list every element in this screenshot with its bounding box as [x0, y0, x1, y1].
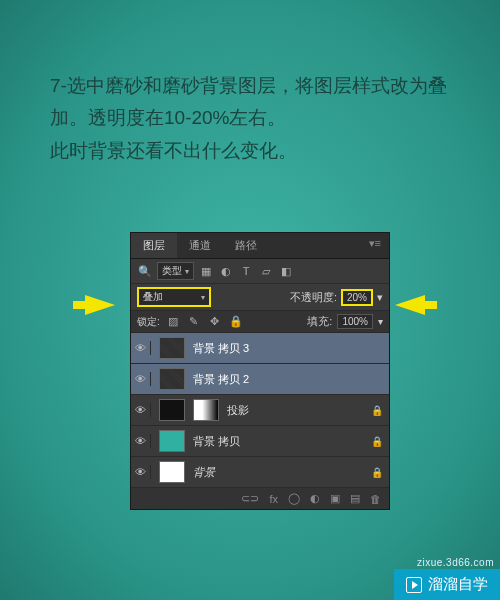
filter-pixel-icon[interactable]: ▦: [198, 264, 214, 278]
visibility-icon[interactable]: 👁: [137, 434, 151, 448]
visibility-icon[interactable]: 👁: [137, 341, 151, 355]
lock-label: 锁定:: [137, 315, 160, 329]
chevron-down-icon: ▾: [185, 267, 189, 276]
layer-thumb: [159, 430, 185, 452]
opacity-label: 不透明度:: [290, 290, 337, 305]
layer-row[interactable]: 👁 背景 🔒: [131, 457, 389, 488]
instruction-line1: 7-选中磨砂和磨砂背景图层，将图层样式改为叠加。透明度在10-20%左右。: [50, 70, 450, 135]
filter-type-icon[interactable]: T: [238, 264, 254, 278]
filter-row: 🔍 类型 ▾ ▦ ◐ T ▱ ◧: [131, 259, 389, 284]
filter-kind-select[interactable]: 类型 ▾: [157, 262, 194, 280]
search-icon[interactable]: 🔍: [137, 264, 153, 278]
layer-name: 背景 拷贝 2: [193, 372, 383, 387]
visibility-icon[interactable]: 👁: [137, 465, 151, 479]
layer-thumb: [159, 368, 185, 390]
layer-mask-thumb: [193, 399, 219, 421]
group-icon[interactable]: ▣: [330, 492, 340, 505]
fx-icon[interactable]: fx: [269, 493, 278, 505]
layer-thumb: [159, 461, 185, 483]
lock-icon: 🔒: [371, 405, 383, 416]
layer-name: 背景 拷贝: [193, 434, 363, 449]
chevron-down-icon[interactable]: ▾: [377, 291, 383, 304]
instruction-line2: 此时背景还看不出什么变化。: [50, 135, 450, 167]
trash-icon[interactable]: 🗑: [370, 493, 381, 505]
chevron-down-icon[interactable]: ▾: [378, 316, 383, 327]
panel-tabs: 图层 通道 路径 ▾≡: [131, 233, 389, 259]
layer-name: 背景 拷贝 3: [193, 341, 383, 356]
adjustment-icon[interactable]: ◐: [310, 492, 320, 505]
link-layers-icon[interactable]: ⊂⊃: [241, 492, 259, 505]
panel-footer: ⊂⊃ fx ◯ ◐ ▣ ▤ 🗑: [131, 488, 389, 509]
new-layer-icon[interactable]: ▤: [350, 492, 360, 505]
layer-row[interactable]: 👁 背景 拷贝 3: [131, 333, 389, 364]
lock-pixels-icon[interactable]: ✎: [186, 315, 202, 329]
opacity-input[interactable]: 20%: [341, 289, 373, 306]
layer-row[interactable]: 👁 背景 拷贝 🔒: [131, 426, 389, 457]
lock-icon: 🔒: [371, 436, 383, 447]
lock-transparency-icon[interactable]: ▨: [165, 315, 181, 329]
blend-mode-select[interactable]: 叠加 ▾: [137, 287, 211, 307]
lock-all-icon[interactable]: 🔒: [228, 315, 244, 329]
chevron-down-icon: ▾: [201, 293, 205, 302]
watermark-url: zixue.3d66.com: [417, 557, 494, 568]
layer-thumb: [159, 399, 185, 421]
play-icon: [406, 577, 422, 593]
instruction-text: 7-选中磨砂和磨砂背景图层，将图层样式改为叠加。透明度在10-20%左右。 此时…: [50, 70, 450, 167]
callout-arrow-right: [395, 295, 425, 315]
tab-channels[interactable]: 通道: [177, 233, 223, 258]
tab-layers[interactable]: 图层: [131, 233, 177, 258]
blend-row: 叠加 ▾ 不透明度: 20% ▾: [131, 284, 389, 311]
filter-smart-icon[interactable]: ◧: [278, 264, 294, 278]
lock-icon: 🔒: [371, 467, 383, 478]
layer-row[interactable]: 👁 背景 拷贝 2: [131, 364, 389, 395]
lock-row: 锁定: ▨ ✎ ✥ 🔒 填充: 100% ▾: [131, 311, 389, 333]
layer-name: 投影: [227, 403, 363, 418]
watermark-badge: 溜溜自学: [394, 569, 500, 600]
fill-input[interactable]: 100%: [337, 314, 373, 329]
tab-paths[interactable]: 路径: [223, 233, 269, 258]
layer-row[interactable]: 👁 投影 🔒: [131, 395, 389, 426]
layer-name: 背景: [193, 465, 363, 480]
mask-icon[interactable]: ◯: [288, 492, 300, 505]
layer-thumb: [159, 337, 185, 359]
filter-adjust-icon[interactable]: ◐: [218, 264, 234, 278]
panel-menu-icon[interactable]: ▾≡: [361, 233, 389, 258]
visibility-icon[interactable]: 👁: [137, 403, 151, 417]
callout-arrow-left: [85, 295, 115, 315]
visibility-icon[interactable]: 👁: [137, 372, 151, 386]
layers-panel-container: 图层 通道 路径 ▾≡ 🔍 类型 ▾ ▦ ◐ T ▱ ◧ 叠加 ▾ 不透明度: …: [130, 232, 390, 510]
watermark-brand: 溜溜自学: [428, 575, 488, 594]
layers-panel: 图层 通道 路径 ▾≡ 🔍 类型 ▾ ▦ ◐ T ▱ ◧ 叠加 ▾ 不透明度: …: [130, 232, 390, 510]
fill-label: 填充:: [307, 314, 332, 329]
filter-shape-icon[interactable]: ▱: [258, 264, 274, 278]
lock-position-icon[interactable]: ✥: [207, 315, 223, 329]
